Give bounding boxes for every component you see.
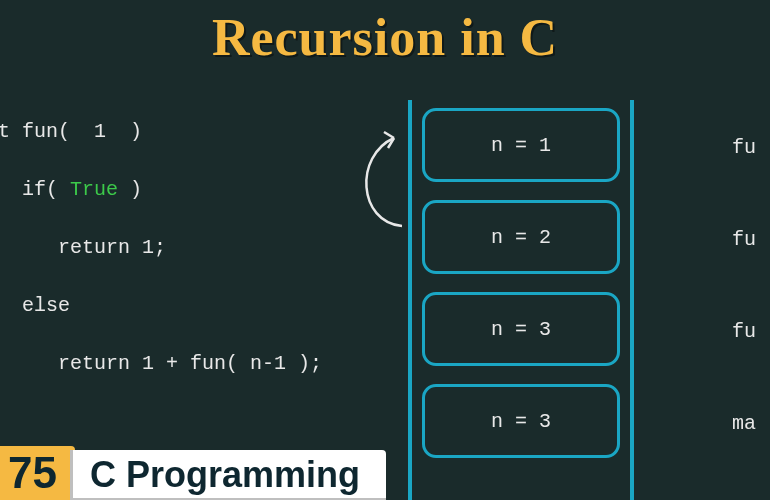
slide-title: Recursion in C bbox=[212, 8, 558, 67]
stack-frame: n = 2 bbox=[422, 200, 620, 274]
frame-label: n = 3 bbox=[491, 410, 551, 433]
code-text: if( bbox=[0, 178, 70, 201]
frame-label: n = 3 bbox=[491, 318, 551, 341]
code-return2: return 1 + fun( n-1 ); bbox=[0, 349, 322, 378]
frame-label: n = 1 bbox=[491, 134, 551, 157]
call-stack: n = 1 n = 2 n = 3 n = 3 bbox=[408, 100, 634, 500]
code-if: if( True ) bbox=[0, 175, 322, 204]
frame-label: n = 2 bbox=[491, 226, 551, 249]
code-text: ); bbox=[286, 352, 322, 375]
stack-frame: n = 1 bbox=[422, 108, 620, 182]
fun-arg: 1 bbox=[94, 120, 106, 143]
code-return1: return 1; bbox=[0, 233, 322, 262]
frame-owner: fu bbox=[732, 230, 756, 250]
code-text: return 1 + fun( bbox=[0, 352, 250, 375]
code-block: nt fun( 1 ) if( True ) return 1; else re… bbox=[0, 88, 322, 500]
recursive-arg: n-1 bbox=[250, 352, 286, 375]
code-text: ) bbox=[106, 120, 142, 143]
blank-line bbox=[0, 407, 322, 436]
true-keyword: True bbox=[70, 178, 118, 201]
code-fun-sig: nt fun( 1 ) bbox=[0, 117, 322, 146]
code-text: ) bbox=[118, 178, 142, 201]
stack-frame: n = 3 bbox=[422, 292, 620, 366]
episode-number-badge: 75 bbox=[0, 446, 75, 500]
code-text: nt fun( bbox=[0, 120, 94, 143]
frame-owner: fu bbox=[732, 138, 756, 158]
stack-rail bbox=[408, 100, 412, 500]
code-else: else bbox=[0, 291, 322, 320]
stack-frame: n = 3 bbox=[422, 384, 620, 458]
stack-rail bbox=[630, 100, 634, 500]
series-title-badge: C Programming bbox=[70, 450, 386, 500]
frame-owner: ma bbox=[732, 414, 756, 434]
frame-owner: fu bbox=[732, 322, 756, 342]
